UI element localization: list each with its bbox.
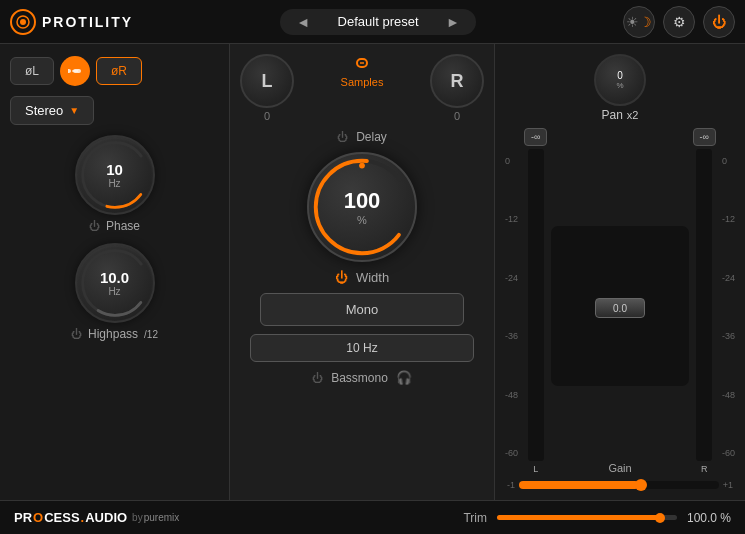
hz-button[interactable]: 10 Hz xyxy=(250,334,474,362)
phase-power-icon[interactable]: ⏻ xyxy=(89,220,100,232)
lr-row: L 0 Samples R 0 xyxy=(240,54,484,122)
delay-r-value: 0 xyxy=(454,110,460,122)
trim-slider-track[interactable] xyxy=(497,515,677,520)
theme-toggle-button[interactable]: ☀ ☽ xyxy=(623,6,655,38)
trim-section: Trim 100.0 % xyxy=(463,511,731,525)
phase-r-button[interactable]: øR xyxy=(96,57,142,85)
process-logo: PR O CESS . AUDIO by puremix xyxy=(14,510,179,525)
pan-knob-value: 0 xyxy=(617,70,623,81)
highpass-knob-value: 10.0 xyxy=(100,269,129,286)
brand-dot: O xyxy=(33,510,43,525)
width-knob-unit: % xyxy=(357,214,367,226)
highpass-power-icon[interactable]: ⏻ xyxy=(71,328,82,340)
left-panel: øL øR Stereo ▼ xyxy=(0,44,230,500)
trim-slider-fill xyxy=(497,515,659,520)
right-panel: 0 % Pan x2 0 -12 -24 -36 -48 -60 xyxy=(495,44,745,500)
phase-label: Phase xyxy=(106,219,140,233)
mono-button[interactable]: Mono xyxy=(260,293,464,326)
trim-label: Trim xyxy=(463,511,487,525)
pan-slider-max: +1 xyxy=(723,480,733,490)
r-knob-label: R xyxy=(450,71,463,92)
app-name: PROTILITY xyxy=(42,14,133,30)
preset-name: Default preset xyxy=(318,14,438,29)
pan-x2-label: x2 xyxy=(627,109,639,121)
stereo-mode-label: Stereo xyxy=(25,103,63,118)
puremix-label: puremix xyxy=(144,512,180,523)
stereo-dropdown[interactable]: Stereo ▼ xyxy=(10,96,94,125)
by-label: by xyxy=(132,512,143,523)
highpass-knob-wrap: 10.0 Hz xyxy=(75,243,155,323)
phase-knob-value: 10 xyxy=(106,161,123,178)
next-preset-button[interactable]: ► xyxy=(446,14,460,30)
gear-icon: ⚙ xyxy=(673,14,686,30)
width-power-icon[interactable]: ⏻ xyxy=(335,270,348,285)
phase-knob[interactable]: 10 Hz xyxy=(75,135,155,215)
l-meter-track xyxy=(528,149,544,461)
width-label-row: ⏻ Width xyxy=(240,270,484,285)
gain-fader-handle[interactable]: 0.0 xyxy=(595,298,645,318)
settings-button[interactable]: ⚙ xyxy=(663,6,695,38)
gain-fader-track[interactable]: 0.0 xyxy=(551,226,688,386)
r-knob-group: R 0 xyxy=(430,54,484,122)
pan-knob[interactable]: 0 % xyxy=(594,54,646,106)
logo-icon xyxy=(10,9,36,35)
center-panel: L 0 Samples R 0 xyxy=(230,44,495,500)
headphone-icon[interactable]: 🎧 xyxy=(396,370,412,385)
brand-period: . xyxy=(81,510,85,525)
l-inf-button[interactable]: -∞ xyxy=(524,128,547,146)
preset-area: ◄ Default preset ► xyxy=(280,9,476,35)
power-button[interactable]: ⏻ xyxy=(703,6,735,38)
delay-power-icon[interactable]: ⏻ xyxy=(337,131,348,143)
width-knob[interactable]: 100 % xyxy=(307,152,417,262)
svg-point-1 xyxy=(20,19,26,25)
bottom-bar: PR O CESS . AUDIO by puremix Trim 100.0 … xyxy=(0,500,745,534)
phase-l-button[interactable]: øL xyxy=(10,57,54,85)
highpass-knob-unit: Hz xyxy=(108,286,120,297)
r-inf-symbol: -∞ xyxy=(700,132,709,142)
svg-point-9 xyxy=(359,163,365,169)
l-meter-label: L xyxy=(533,464,538,474)
bassmono-row: ⏻ Bassmono 🎧 xyxy=(240,370,484,385)
phase-section: 10 Hz ⏻ Phase xyxy=(10,135,219,233)
slope-badge: /12 xyxy=(144,329,158,340)
phase-buttons: øL øR xyxy=(10,56,219,86)
pan-slider-thumb xyxy=(635,479,647,491)
stereo-select: Stereo ▼ xyxy=(10,96,219,125)
stereo-dropdown-arrow: ▼ xyxy=(69,105,79,116)
top-bar: PROTILITY ◄ Default preset ► ☀ ☽ ⚙ ⏻ xyxy=(0,0,745,44)
r-inf-button[interactable]: -∞ xyxy=(693,128,716,146)
r-meter-label: R xyxy=(701,464,708,474)
gain-fader-value: 0.0 xyxy=(613,303,627,314)
width-label: Width xyxy=(356,270,389,285)
left-meter-scale: 0 -12 -24 -36 -48 -60 xyxy=(503,128,520,474)
l-knob-group: L 0 xyxy=(240,54,294,122)
fader-section: 0.0 Gain xyxy=(551,128,688,474)
r-knob[interactable]: R xyxy=(430,54,484,108)
l-knob[interactable]: L xyxy=(240,54,294,108)
pan-section: 0 % Pan x2 xyxy=(503,54,737,122)
l-inf-symbol: -∞ xyxy=(531,132,540,142)
prev-preset-button[interactable]: ◄ xyxy=(296,14,310,30)
pan-slider-min: -1 xyxy=(507,480,515,490)
l-meter-strip: -∞ L xyxy=(524,128,547,474)
highpass-label: Highpass xyxy=(88,327,138,341)
highpass-knob[interactable]: 10.0 Hz xyxy=(75,243,155,323)
power-icon: ⏻ xyxy=(712,14,726,30)
main-content: øL øR Stereo ▼ xyxy=(0,44,745,500)
pan-knob-unit: % xyxy=(616,81,623,90)
phase-knob-wrap: 10 Hz xyxy=(75,135,155,215)
pan-slider-track[interactable] xyxy=(519,481,719,489)
width-knob-wrap: 100 % xyxy=(240,152,484,262)
pan-label: Pan xyxy=(602,108,623,122)
bassmono-label: Bassmono xyxy=(331,371,388,385)
bassmono-power-icon[interactable]: ⏻ xyxy=(312,372,323,384)
link-button[interactable] xyxy=(60,56,90,86)
r-meter-track xyxy=(696,149,712,461)
delay-row: ⏻ Delay xyxy=(240,130,484,144)
moon-icon: ☽ xyxy=(639,14,652,30)
pan-slider-row: -1 +1 xyxy=(503,480,737,490)
delay-l-value: 0 xyxy=(264,110,270,122)
delay-label: Delay xyxy=(356,130,387,144)
brand-audio: AUDIO xyxy=(85,510,127,525)
gain-label: Gain xyxy=(608,462,631,474)
